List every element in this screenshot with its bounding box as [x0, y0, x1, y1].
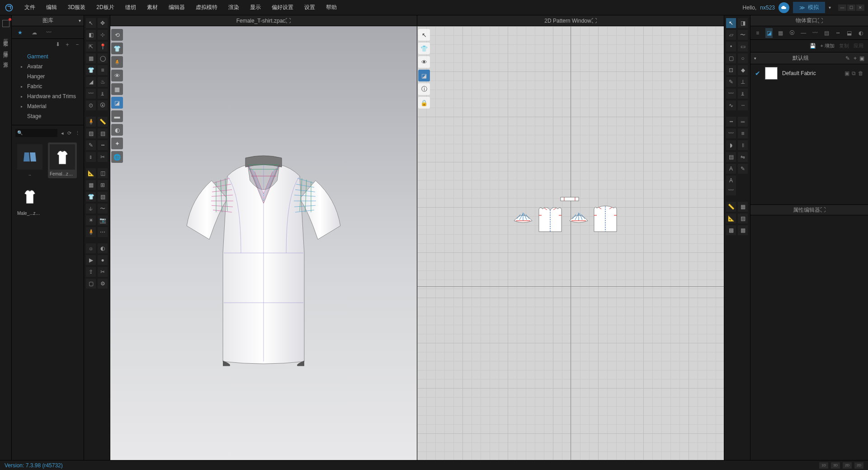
tool-mesh[interactable]: ▦ — [86, 53, 96, 63]
tool2d-select[interactable]: ↖ — [726, 18, 736, 28]
menu-display[interactable]: 显示 — [245, 2, 265, 13]
menu-render[interactable]: 渲染 — [224, 2, 244, 13]
status-btn-3d[interactable]: 3D — [831, 462, 840, 469]
tool-steam[interactable]: ♨ — [98, 77, 108, 87]
obj-tab-pucker[interactable]: 〰 — [811, 28, 818, 38]
tool-fit[interactable]: 👕 — [86, 192, 96, 202]
obj-tab-fabric[interactable]: ◪ — [765, 28, 772, 38]
tool-export[interactable]: ⇪ — [86, 267, 96, 277]
tool2d-texture[interactable]: ▩ — [726, 225, 736, 235]
tool-more[interactable]: ⋯ — [98, 227, 108, 237]
viewport-2d-maximize-icon[interactable]: ⛶ — [591, 18, 597, 24]
library-collapse-icon[interactable]: ▾ — [79, 18, 81, 23]
tool-pick[interactable]: ⇱ — [86, 42, 96, 52]
vp3d-tool-reset[interactable]: ⟲ — [111, 29, 123, 41]
tool-camera[interactable]: 📷 — [98, 215, 108, 225]
tool-measure[interactable]: 📏 — [98, 117, 108, 127]
fabric-copy-icon[interactable]: ⧉ — [852, 70, 856, 76]
tool-layer[interactable]: ≡ — [98, 65, 108, 75]
tool2d-rule[interactable]: 📐 — [726, 214, 736, 223]
tool2d-topstitch[interactable]: ┅ — [726, 117, 736, 127]
fabric-assign-icon[interactable]: ▣ — [844, 70, 849, 76]
tool-mannequin[interactable]: 🧍 — [86, 227, 96, 237]
object-panel-maximize-icon[interactable]: ⛶ — [817, 18, 823, 24]
fabric-item-default[interactable]: ✔ Default Fabric ▣ ⧉ 🗑 — [750, 64, 868, 82]
obj-tab-more[interactable]: ⬓ — [846, 28, 853, 38]
tool-light[interactable]: ☀ — [86, 215, 96, 225]
tool-avatar-pose[interactable]: 🧍 — [86, 117, 96, 127]
viewport-2d-body[interactable]: ↖ 👕 👁 ◪ ⓘ 🔒 — [417, 26, 724, 460]
tool2d-pucker[interactable]: 〰 — [726, 128, 736, 138]
obj-tab-scene[interactable]: ◐ — [858, 28, 864, 38]
menu-sewing[interactable]: 缝纫 — [121, 2, 141, 13]
vp2d-tool-show[interactable]: 👁 — [418, 56, 430, 68]
tree-hanger[interactable]: Hanger — [12, 71, 84, 81]
tool2d-transform[interactable]: ◨ — [738, 18, 748, 28]
library-menu-icon[interactable]: ⋮ — [75, 130, 80, 136]
tool-misc[interactable]: ⚙ — [98, 279, 108, 289]
tool-topstitch[interactable]: ┅ — [98, 140, 108, 150]
fabric-delete-icon[interactable]: 🗑 — [858, 70, 863, 76]
property-panel-maximize-icon[interactable]: ⛶ — [820, 207, 826, 213]
rail-modules[interactable]: 模块库 — [2, 47, 9, 50]
menu-2d-pattern[interactable]: 2D板片 — [92, 2, 118, 13]
tool2d-binding[interactable]: ≡ — [738, 128, 748, 138]
tool2d-measure[interactable]: 📏 — [726, 202, 736, 212]
tool-select[interactable]: ↖ — [86, 18, 96, 28]
status-btn-2d-b[interactable]: 2D — [854, 462, 863, 469]
tool-trim[interactable]: ✂ — [98, 152, 108, 162]
menu-edit[interactable]: 编辑 — [42, 2, 61, 13]
tshirt-3d-model[interactable] — [169, 122, 359, 375]
check-icon[interactable]: ✔ — [755, 70, 760, 77]
menu-settings[interactable]: 设置 — [300, 2, 320, 13]
library-back-icon[interactable]: ◂ — [61, 130, 64, 136]
fabric-group-header[interactable]: ▾ 默认组 ✎ + ▣ — [750, 52, 868, 64]
tool-stress[interactable]: ▧ — [98, 192, 108, 202]
obj-tab-stitch[interactable]: — — [800, 28, 807, 38]
vp3d-tool-render-style[interactable]: ◐ — [111, 124, 123, 136]
simulate-button[interactable]: ≫ 模拟 — [793, 2, 825, 13]
vp2d-tool-lock[interactable]: 🔒 — [418, 97, 430, 109]
tool2d-trace[interactable]: ✎ — [726, 77, 736, 87]
tool-pin[interactable]: 📍 — [98, 42, 108, 52]
tool-print[interactable]: ▤ — [98, 128, 108, 138]
tool2d-font[interactable]: A — [726, 176, 736, 185]
menu-file[interactable]: 文件 — [20, 2, 40, 13]
tool-wind[interactable]: 〜 — [98, 204, 108, 214]
vp2d-tool-select[interactable]: ↖ — [418, 29, 430, 41]
viewport-3d-maximize-icon[interactable]: ⛶ — [285, 18, 291, 24]
simulate-dropdown[interactable]: ▾ — [829, 5, 831, 10]
tool-tack[interactable]: ⊙ — [86, 100, 96, 110]
tree-garment[interactable]: Garment — [12, 52, 84, 62]
obj-tab-list[interactable]: ≡ — [754, 28, 761, 38]
library-remove-icon[interactable]: － — [75, 41, 80, 48]
group-caret-icon[interactable]: ▾ — [754, 56, 756, 61]
menu-avatar[interactable]: 虚拟模特 — [191, 2, 222, 13]
obj-tab-button[interactable]: ⦿ — [788, 28, 795, 38]
tool-grade[interactable]: ⊞ — [98, 180, 108, 190]
tree-hardware[interactable]: ▸Hardware and Trims — [12, 91, 84, 101]
tool-sew[interactable]: 〰 — [86, 89, 96, 99]
tool2d-grading[interactable]: ▤ — [726, 152, 736, 162]
tool2d-polygon[interactable]: ▭ — [738, 42, 748, 52]
library-tab-cloud[interactable]: ☁ — [30, 28, 39, 37]
viewport-3d-body[interactable]: ⟲ 👕 🧍 👁 ▦ ◪ ▬ ◐ ✦ 🌐 — [110, 26, 417, 460]
cloud-sync-button[interactable] — [778, 2, 789, 13]
menu-preferences[interactable]: 偏好设置 — [267, 2, 298, 13]
tool2d-circle[interactable]: ○ — [738, 53, 748, 63]
tool2d-text[interactable]: A — [726, 164, 736, 174]
vp3d-tool-globe[interactable]: 🌐 — [111, 151, 123, 163]
tool2d-notch[interactable]: ⊥ — [738, 77, 748, 87]
tool-seam[interactable]: ⫫ — [98, 89, 108, 99]
tool2d-free-sew[interactable]: ∿ — [726, 100, 736, 110]
vp3d-tool-surface[interactable]: ▦ — [111, 83, 123, 95]
tree-stage[interactable]: Stage — [12, 111, 84, 121]
tool-gizmo[interactable]: ⊹ — [98, 30, 108, 40]
obj-op-add[interactable]: 增加 — [821, 43, 835, 49]
tool2d-annotation[interactable]: ✎ — [738, 164, 748, 174]
tool2d-rectangle[interactable]: ▢ — [726, 53, 736, 63]
tool2d-smocking[interactable]: 〰 — [726, 185, 736, 195]
vp3d-tool-shade[interactable]: ◪ — [111, 97, 123, 109]
menu-material[interactable]: 素材 — [142, 2, 162, 13]
rail-resources[interactable]: 资源 — [2, 58, 9, 60]
